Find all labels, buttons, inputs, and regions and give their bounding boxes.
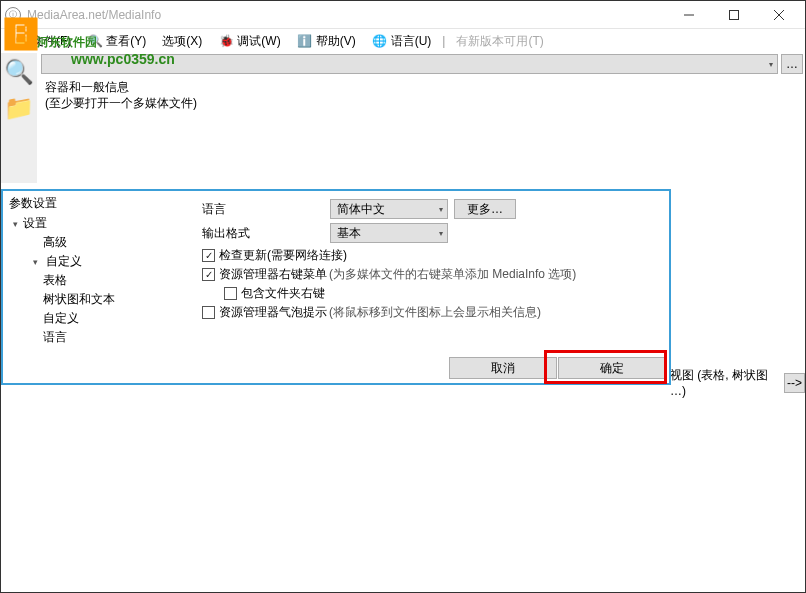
checkbox-icon[interactable] <box>202 306 215 319</box>
globe-icon: 🌐 <box>372 33 388 49</box>
browse-button[interactable]: … <box>781 54 803 74</box>
svg-rect-1 <box>729 10 738 19</box>
checkbox-checked-icon[interactable] <box>202 268 215 281</box>
format-select[interactable]: 基本▾ <box>330 223 448 243</box>
tree-panel: 参数设置 ▾设置 高级 ▾自定义 表格 树状图和文本 自定义 语言 <box>3 191 198 357</box>
settings-dialog: 参数设置 ▾设置 高级 ▾自定义 表格 树状图和文本 自定义 语言 语言 简体中… <box>1 189 671 385</box>
menu-update[interactable]: 有新版本可用(T) <box>448 31 551 52</box>
menu-options[interactable]: 选项(X) <box>154 31 210 52</box>
form-panel: 语言 简体中文▾ 更多… 输出格式 基本▾ 检查更新(需要网络连接) 资源管理器… <box>198 191 669 357</box>
info-area: 容器和一般信息 (至少要打开一个多媒体文件) <box>37 75 805 183</box>
checkbox-icon[interactable] <box>224 287 237 300</box>
menu-view[interactable]: 🔍查看(Y) <box>79 31 154 52</box>
chevron-down-icon: ▾ <box>439 229 443 238</box>
menu-separator: | <box>439 34 448 48</box>
format-label: 输出格式 <box>202 225 330 242</box>
titlebar: ⓘ MediaArea.net/MediaInfo <box>1 1 805 29</box>
info-line2: (至少要打开一个多媒体文件) <box>45 95 797 111</box>
menu-help[interactable]: ℹ️帮助(V) <box>289 31 364 52</box>
arrow-button[interactable]: --> <box>784 373 805 393</box>
check-tooltip-row[interactable]: 资源管理器气泡提示(将鼠标移到文件图标上会显示相关信息) <box>202 304 655 321</box>
language-label: 语言 <box>202 201 330 218</box>
bottom-row: 视图 (表格, 树状图 …) --> <box>670 367 805 398</box>
tree-tree-and-text[interactable]: 树状图和文本 <box>9 290 192 309</box>
titlebar-text: MediaArea.net/MediaInfo <box>27 8 666 22</box>
magnifier-icon: 🔍 <box>87 33 103 49</box>
folder-icon: 📁 <box>13 33 29 49</box>
ok-button[interactable]: 确定 <box>558 357 666 379</box>
sidebar-folder-icon[interactable]: 📁 <box>3 92 35 124</box>
menu-file[interactable]: 📁文件(F) <box>5 31 79 52</box>
bug-icon: 🐞 <box>218 33 234 49</box>
check-folder-row[interactable]: 包含文件夹右键 <box>224 285 655 302</box>
help-icon: ℹ️ <box>297 33 313 49</box>
tree-custom-sub[interactable]: 自定义 <box>9 309 192 328</box>
language-select[interactable]: 简体中文▾ <box>330 199 448 219</box>
main-dropdown[interactable]: ▾ <box>41 54 778 74</box>
menu-language[interactable]: 🌐语言(U) <box>364 31 440 52</box>
sidebar-file-icon[interactable]: 🔍 <box>3 56 35 88</box>
tree-language[interactable]: 语言 <box>9 328 192 347</box>
minimize-button[interactable] <box>666 1 711 29</box>
check-update-row[interactable]: 检查更新(需要网络连接) <box>202 247 655 264</box>
sidebar: 🔍 📁 <box>1 53 37 183</box>
info-line1: 容器和一般信息 <box>45 79 797 95</box>
chevron-down-icon: ▾ <box>769 60 773 69</box>
view-text: 视图 (表格, 树状图 …) <box>670 367 780 398</box>
maximize-button[interactable] <box>711 1 756 29</box>
tree-table[interactable]: 表格 <box>9 271 192 290</box>
check-explorer-row[interactable]: 资源管理器右键菜单(为多媒体文件的右键菜单添加 MediaInfo 选项) <box>202 266 655 283</box>
collapse-icon[interactable]: ▾ <box>29 256 41 268</box>
more-button[interactable]: 更多… <box>454 199 516 219</box>
checkbox-checked-icon[interactable] <box>202 249 215 262</box>
menubar: 📁文件(F) 🔍查看(Y) 选项(X) 🐞调试(W) ℹ️帮助(V) 🌐语言(U… <box>1 29 805 53</box>
tree-advanced[interactable]: 高级 <box>9 233 192 252</box>
dialog-title: 参数设置 <box>9 195 192 212</box>
collapse-icon[interactable]: ▾ <box>9 218 21 230</box>
menu-debug[interactable]: 🐞调试(W) <box>210 31 288 52</box>
cancel-button[interactable]: 取消 <box>449 357 557 379</box>
tree-custom[interactable]: ▾自定义 <box>9 252 192 271</box>
close-button[interactable] <box>756 1 801 29</box>
chevron-down-icon: ▾ <box>439 205 443 214</box>
app-icon: ⓘ <box>5 7 21 23</box>
tree-settings[interactable]: ▾设置 <box>9 214 192 233</box>
